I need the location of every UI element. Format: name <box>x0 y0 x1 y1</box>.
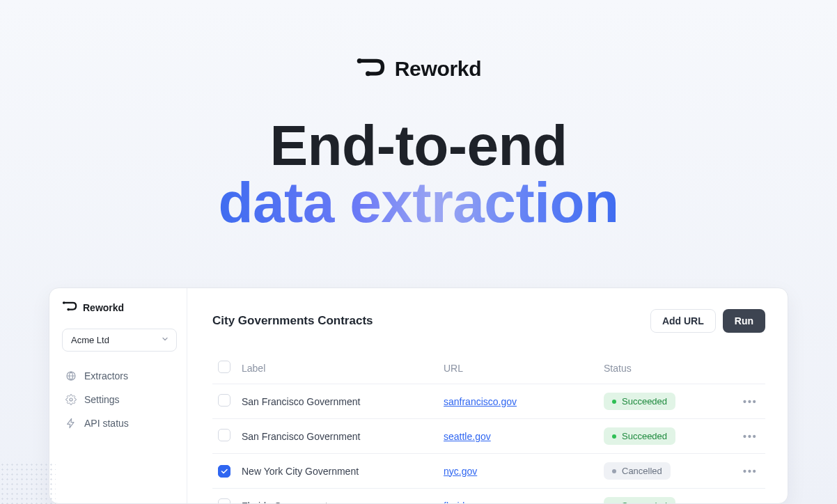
column-header-status: Status <box>598 352 737 384</box>
sidebar-item-label: Extractors <box>84 370 128 381</box>
hero-headline: End-to-end data extraction <box>219 117 619 231</box>
org-selector[interactable]: Acme Ltd <box>62 329 177 352</box>
run-button[interactable]: Run <box>723 309 765 333</box>
hero-brand: Reworkd <box>356 57 482 81</box>
extractors-table: Label URL Status San Francisco Governmen… <box>212 352 765 504</box>
sidebar-item-api-status[interactable]: API status <box>62 411 177 435</box>
reworkd-logo-icon <box>62 301 77 315</box>
globe-icon <box>65 370 77 382</box>
row-label: San Francisco Government <box>236 384 438 419</box>
status-dot-icon <box>612 469 616 473</box>
column-header-url: URL <box>438 352 598 384</box>
toolbar: City Governments Contracts Add URL Run <box>212 309 765 333</box>
row-menu-button[interactable]: ••• <box>743 431 758 442</box>
status-badge: Succeeded <box>604 427 675 445</box>
row-checkbox[interactable] <box>218 394 230 407</box>
add-url-button[interactable]: Add URL <box>650 309 716 333</box>
status-text: Succeeded <box>622 396 667 407</box>
select-all-checkbox[interactable] <box>218 361 230 373</box>
table-row: San Francisco Governmentsanfrancisco.gov… <box>212 384 765 419</box>
sidebar-item-settings[interactable]: Settings <box>62 388 177 411</box>
status-badge: Cancelled <box>604 462 671 480</box>
row-label: Florida Government <box>236 489 438 505</box>
decorative-dots <box>0 462 56 504</box>
row-checkbox[interactable] <box>218 429 230 441</box>
status-badge: Succeeded <box>604 497 675 504</box>
sidebar-brand-name: Reworkd <box>83 302 124 313</box>
sidebar-item-extractors[interactable]: Extractors <box>62 364 177 388</box>
row-url-link[interactable]: nyc.gov <box>444 466 477 477</box>
status-text: Succeeded <box>622 501 667 504</box>
reworkd-logo-icon <box>356 57 385 81</box>
sidebar-brand: Reworkd <box>62 301 177 315</box>
more-horizontal-icon: ••• <box>743 431 758 442</box>
row-checkbox[interactable] <box>218 465 230 478</box>
table-row: New York City Governmentnyc.govCancelled… <box>212 454 765 489</box>
page-title: City Governments Contracts <box>212 314 373 328</box>
more-horizontal-icon: ••• <box>743 501 758 505</box>
row-menu-button[interactable]: ••• <box>743 396 758 407</box>
table-row: San Francisco Governmentseattle.govSucce… <box>212 419 765 454</box>
chevron-down-icon <box>161 335 169 345</box>
row-menu-button[interactable]: ••• <box>743 501 758 505</box>
app-window: Reworkd Acme Ltd Extractors Settings <box>49 288 788 504</box>
row-checkbox[interactable] <box>218 498 230 504</box>
status-text: Succeeded <box>622 431 667 441</box>
table-row: Florida Governmentflorida.gov.usSucceede… <box>212 489 765 505</box>
more-horizontal-icon: ••• <box>743 396 758 407</box>
headline-line1: End-to-end <box>219 117 619 174</box>
sidebar-item-label: Settings <box>84 394 120 405</box>
status-badge: Succeeded <box>604 393 675 410</box>
svg-point-5 <box>70 398 72 401</box>
headline-line2: data extraction <box>219 174 619 231</box>
svg-point-1 <box>366 71 370 76</box>
sidebar-item-label: API status <box>84 418 129 429</box>
status-dot-icon <box>612 400 616 404</box>
row-label: San Francisco Government <box>236 419 438 454</box>
bolt-icon <box>65 417 77 430</box>
sidebar: Reworkd Acme Ltd Extractors Settings <box>49 288 187 503</box>
more-horizontal-icon: ••• <box>743 466 758 477</box>
sidebar-nav: Extractors Settings API status <box>62 364 177 435</box>
gear-icon <box>65 393 77 406</box>
main-panel: City Governments Contracts Add URL Run L… <box>187 288 788 503</box>
row-url-link[interactable]: florida.gov.us <box>444 501 501 505</box>
row-url-link[interactable]: sanfrancisco.gov <box>444 396 517 407</box>
row-label: New York City Government <box>236 454 438 489</box>
column-header-label: Label <box>236 352 438 384</box>
row-url-link[interactable]: seattle.gov <box>444 431 491 442</box>
status-text: Cancelled <box>622 466 662 476</box>
org-selector-value: Acme Ltd <box>71 335 109 345</box>
svg-point-3 <box>67 308 70 311</box>
status-dot-icon <box>612 434 616 439</box>
row-menu-button[interactable]: ••• <box>743 466 758 477</box>
hero-brand-name: Reworkd <box>395 57 482 81</box>
